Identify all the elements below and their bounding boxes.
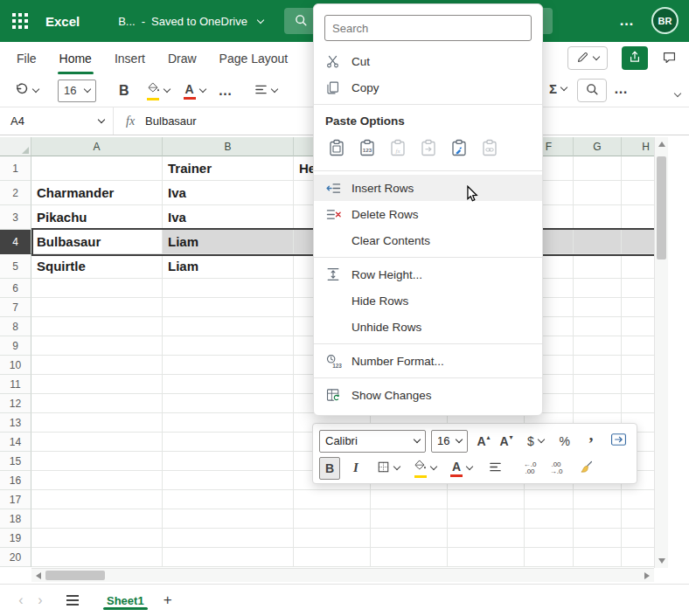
more-toolbar-button[interactable]: … (614, 81, 629, 97)
cell-B18[interactable] (163, 509, 294, 529)
cell-D17[interactable] (371, 490, 448, 509)
cell-G18[interactable] (574, 509, 622, 529)
sheet-tab-sheet1[interactable]: Sheet1 (100, 585, 151, 616)
vertical-scrollbar[interactable] (654, 137, 668, 568)
menu-item-unhide-rows[interactable]: Unhide Rows (314, 314, 542, 340)
alignment-button[interactable] (484, 457, 505, 480)
cell-F19[interactable] (525, 529, 574, 548)
next-sheet-button[interactable]: › (33, 592, 47, 608)
cell-A1[interactable] (31, 156, 163, 181)
cell-A10[interactable] (31, 356, 163, 375)
cell-H17[interactable] (622, 490, 654, 509)
row-header-6[interactable]: 6 (0, 279, 31, 298)
collapse-ribbon-button[interactable] (671, 86, 680, 99)
column-header-G[interactable]: G (574, 137, 622, 156)
cell-C20[interactable] (294, 548, 371, 567)
row-header-5[interactable]: 5 (0, 254, 31, 279)
currency-format-button[interactable]: $ (524, 430, 547, 453)
row-header-15[interactable]: 15 (0, 452, 31, 471)
cell-G2[interactable] (574, 181, 622, 205)
scroll-down-icon[interactable] (658, 558, 665, 564)
cell-H2[interactable] (622, 181, 654, 205)
cell-D18[interactable] (371, 509, 448, 529)
row-header-8[interactable]: 8 (0, 317, 31, 336)
decrease-decimal-button[interactable]: .00→.0 (546, 457, 567, 480)
cell-G20[interactable] (574, 548, 622, 567)
more-font-options-button[interactable]: … (219, 83, 233, 99)
cell-E18[interactable] (448, 509, 525, 529)
autosum-button[interactable]: Σ (549, 81, 567, 96)
cell-H9[interactable] (622, 336, 654, 356)
cell-A4[interactable]: Bulbasaur (31, 230, 163, 254)
cell-D19[interactable] (371, 529, 448, 548)
format-painter-button[interactable] (575, 457, 597, 480)
row-header-17[interactable]: 17 (0, 490, 31, 509)
row-header-7[interactable]: 7 (0, 298, 31, 317)
horizontal-scrollbar[interactable] (31, 568, 654, 582)
cell-H11[interactable] (622, 375, 654, 394)
name-box[interactable]: A4 (0, 107, 114, 135)
cell-H3[interactable] (622, 205, 654, 230)
cell-C17[interactable] (294, 490, 371, 509)
menu-item-row-height[interactable]: Row Height... (314, 261, 542, 287)
menu-item-number-format[interactable]: 123Number Format... (314, 348, 542, 374)
cell-E20[interactable] (448, 548, 525, 567)
cell-G10[interactable] (574, 356, 622, 375)
select-all-corner[interactable] (0, 137, 31, 156)
paste-transposed-icon[interactable] (417, 136, 440, 159)
column-header-A[interactable]: A (31, 137, 163, 156)
cell-B5[interactable]: Liam (163, 254, 294, 279)
cell-A6[interactable] (31, 279, 163, 298)
font-name-select[interactable]: Calibri (319, 430, 426, 453)
find-button[interactable] (577, 79, 607, 102)
cell-A7[interactable] (31, 298, 163, 317)
row-header-9[interactable]: 9 (0, 336, 31, 356)
cell-A3[interactable]: Pikachu (31, 205, 163, 230)
cell-A15[interactable] (31, 452, 163, 471)
context-menu-search-input[interactable] (332, 22, 524, 35)
cell-F20[interactable] (525, 548, 574, 567)
scroll-up-icon[interactable] (658, 142, 665, 147)
fx-button[interactable]: fx (126, 114, 135, 128)
cell-G4[interactable] (574, 230, 622, 254)
cell-H7[interactable] (622, 298, 654, 317)
increase-decimal-button[interactable]: ←.0.00 (519, 457, 540, 480)
cell-G6[interactable] (574, 279, 622, 298)
prev-sheet-button[interactable]: ‹ (14, 592, 28, 608)
cell-B7[interactable] (163, 298, 294, 317)
cell-B19[interactable] (163, 529, 294, 548)
cell-D20[interactable] (371, 548, 448, 567)
cell-A12[interactable] (31, 394, 163, 413)
cell-G11[interactable] (574, 375, 622, 394)
cell-A17[interactable] (31, 490, 163, 509)
cell-B14[interactable] (163, 433, 294, 452)
bold-button[interactable]: B (319, 457, 340, 480)
app-title[interactable]: Excel (45, 14, 80, 29)
cell-A19[interactable] (31, 529, 163, 548)
cell-A11[interactable] (31, 375, 163, 394)
undo-button[interactable] (14, 82, 38, 100)
cell-H6[interactable] (622, 279, 654, 298)
font-size-select[interactable]: 16 (431, 430, 468, 453)
cell-A8[interactable] (31, 317, 163, 336)
paste-icon[interactable] (325, 136, 348, 159)
expand-toolbar-button[interactable] (607, 430, 630, 453)
row-header-1[interactable]: 1 (0, 156, 31, 181)
fill-color-button[interactable] (147, 81, 170, 100)
cell-B8[interactable] (163, 317, 294, 336)
row-header-2[interactable]: 2 (0, 181, 31, 205)
cell-E19[interactable] (448, 529, 525, 548)
italic-button[interactable]: I (345, 457, 366, 480)
scroll-left-icon[interactable] (36, 572, 41, 579)
tab-insert[interactable]: Insert (103, 42, 157, 74)
row-header-20[interactable]: 20 (0, 548, 31, 567)
cell-A9[interactable] (31, 336, 163, 356)
share-button[interactable] (622, 46, 648, 70)
cell-G9[interactable] (574, 336, 622, 356)
editing-mode-button[interactable] (567, 46, 608, 70)
cell-A18[interactable] (31, 509, 163, 529)
cell-G5[interactable] (574, 254, 622, 279)
paste-formatting-icon[interactable] (448, 136, 470, 159)
horizontal-scroll-thumb[interactable] (45, 571, 105, 580)
row-header-13[interactable]: 13 (0, 413, 31, 433)
